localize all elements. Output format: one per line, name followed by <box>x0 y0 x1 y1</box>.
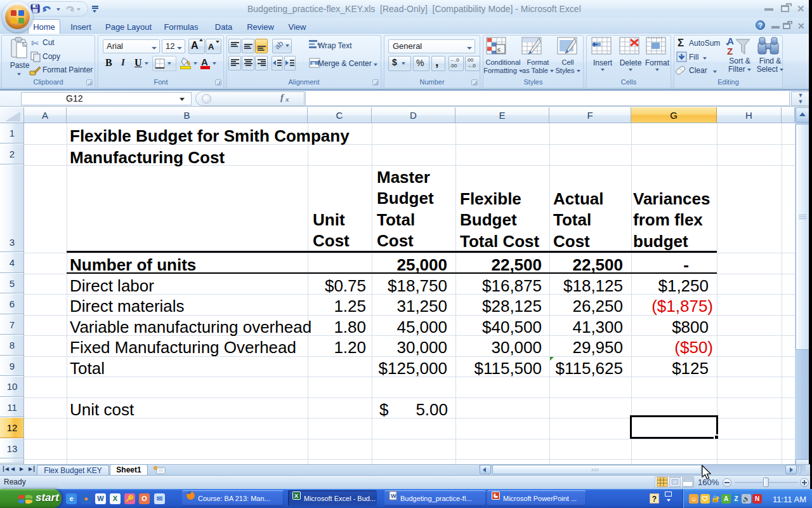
svg-text:W: W <box>391 493 396 499</box>
svg-text:A: A <box>727 36 734 46</box>
svg-text:≤: ≤ <box>497 46 501 53</box>
svg-text:a: a <box>312 60 315 66</box>
svg-text:X: X <box>294 493 298 499</box>
svg-text:Z: Z <box>727 46 733 57</box>
